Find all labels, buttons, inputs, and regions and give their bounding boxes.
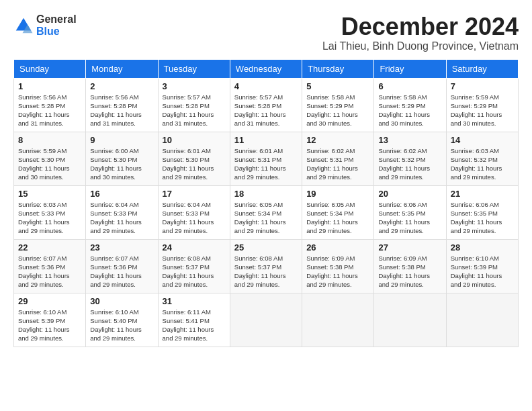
day-number: 13 (378, 135, 441, 145)
day-cell-29: 29Sunrise: 6:10 AMSunset: 5:39 PMDayligh… (14, 293, 86, 347)
day-number: 29 (18, 296, 81, 306)
day-info: Sunrise: 6:04 AMSunset: 5:33 PMDaylight:… (163, 200, 226, 236)
day-number: 20 (378, 189, 441, 199)
day-number: 12 (306, 135, 369, 145)
day-info: Sunrise: 6:08 AMSunset: 5:37 PMDaylight:… (234, 254, 298, 289)
day-cell-31: 31Sunrise: 6:11 AMSunset: 5:41 PMDayligh… (158, 293, 230, 347)
day-number: 17 (163, 189, 226, 199)
day-number: 30 (90, 296, 153, 306)
day-cell-3: 3Sunrise: 5:57 AMSunset: 5:28 PMDaylight… (158, 78, 230, 132)
day-cell-18: 18Sunrise: 6:05 AMSunset: 5:34 PMDayligh… (230, 185, 302, 239)
day-cell-16: 16Sunrise: 6:04 AMSunset: 5:33 PMDayligh… (86, 185, 158, 239)
day-info: Sunrise: 6:10 AMSunset: 5:39 PMDaylight:… (18, 308, 81, 343)
day-cell-15: 15Sunrise: 6:03 AMSunset: 5:33 PMDayligh… (14, 185, 86, 239)
day-number: 9 (90, 135, 153, 145)
day-cell-13: 13Sunrise: 6:02 AMSunset: 5:32 PMDayligh… (374, 132, 446, 185)
location-title: Lai Thieu, Binh Duong Province, Vietnam (322, 40, 519, 52)
day-info: Sunrise: 5:58 AMSunset: 5:29 PMDaylight:… (306, 93, 369, 128)
day-number: 23 (90, 242, 153, 253)
day-info: Sunrise: 6:11 AMSunset: 5:41 PMDaylight:… (163, 308, 226, 343)
day-info: Sunrise: 6:03 AMSunset: 5:33 PMDaylight:… (18, 200, 81, 236)
week-row-5: 29Sunrise: 6:10 AMSunset: 5:39 PMDayligh… (14, 293, 519, 347)
day-info: Sunrise: 6:01 AMSunset: 5:30 PMDaylight:… (163, 146, 226, 182)
calendar-table: SundayMondayTuesdayWednesdayThursdayFrid… (13, 59, 519, 347)
day-info: Sunrise: 6:06 AMSunset: 5:35 PMDaylight:… (378, 200, 441, 236)
day-info: Sunrise: 6:08 AMSunset: 5:37 PMDaylight:… (163, 254, 226, 289)
week-row-4: 22Sunrise: 6:07 AMSunset: 5:36 PMDayligh… (14, 239, 519, 293)
day-number: 19 (306, 189, 369, 199)
weekday-header-sunday: Sunday (14, 59, 86, 78)
day-info: Sunrise: 6:05 AMSunset: 5:34 PMDaylight:… (234, 200, 298, 236)
day-number: 8 (18, 135, 81, 145)
day-info: Sunrise: 5:57 AMSunset: 5:28 PMDaylight:… (163, 93, 226, 128)
day-cell-25: 25Sunrise: 6:08 AMSunset: 5:37 PMDayligh… (230, 239, 302, 293)
day-number: 11 (234, 135, 298, 145)
day-info: Sunrise: 5:59 AMSunset: 5:29 PMDaylight:… (451, 93, 514, 128)
empty-cell (230, 293, 302, 347)
day-number: 3 (163, 81, 226, 91)
week-row-3: 15Sunrise: 6:03 AMSunset: 5:33 PMDayligh… (14, 185, 519, 239)
week-row-1: 1Sunrise: 5:56 AMSunset: 5:28 PMDaylight… (14, 78, 519, 132)
day-number: 25 (234, 242, 298, 253)
day-cell-22: 22Sunrise: 6:07 AMSunset: 5:36 PMDayligh… (14, 239, 86, 293)
day-cell-24: 24Sunrise: 6:08 AMSunset: 5:37 PMDayligh… (158, 239, 230, 293)
day-cell-1: 1Sunrise: 5:56 AMSunset: 5:28 PMDaylight… (14, 78, 86, 132)
day-info: Sunrise: 6:02 AMSunset: 5:32 PMDaylight:… (378, 146, 441, 182)
day-info: Sunrise: 5:59 AMSunset: 5:30 PMDaylight:… (18, 146, 81, 182)
day-info: Sunrise: 6:05 AMSunset: 5:34 PMDaylight:… (306, 200, 369, 236)
logo: General Blue (13, 13, 77, 37)
day-number: 18 (234, 189, 298, 199)
day-number: 15 (18, 189, 81, 199)
day-info: Sunrise: 6:06 AMSunset: 5:35 PMDaylight:… (451, 200, 514, 236)
day-number: 21 (451, 189, 514, 199)
day-info: Sunrise: 5:58 AMSunset: 5:29 PMDaylight:… (378, 93, 441, 128)
day-cell-2: 2Sunrise: 5:56 AMSunset: 5:28 PMDaylight… (86, 78, 158, 132)
day-info: Sunrise: 6:07 AMSunset: 5:36 PMDaylight:… (18, 254, 81, 289)
logo-icon (13, 15, 34, 36)
day-number: 5 (306, 81, 369, 91)
day-info: Sunrise: 6:10 AMSunset: 5:39 PMDaylight:… (451, 254, 514, 289)
day-cell-11: 11Sunrise: 6:01 AMSunset: 5:31 PMDayligh… (230, 132, 302, 185)
day-cell-10: 10Sunrise: 6:01 AMSunset: 5:30 PMDayligh… (158, 132, 230, 185)
day-cell-5: 5Sunrise: 5:58 AMSunset: 5:29 PMDaylight… (302, 78, 374, 132)
day-info: Sunrise: 6:04 AMSunset: 5:33 PMDaylight:… (90, 200, 153, 236)
day-number: 10 (163, 135, 226, 145)
calendar-body: 1Sunrise: 5:56 AMSunset: 5:28 PMDaylight… (14, 78, 519, 347)
day-info: Sunrise: 6:10 AMSunset: 5:40 PMDaylight:… (90, 308, 153, 343)
day-info: Sunrise: 6:07 AMSunset: 5:36 PMDaylight:… (90, 254, 153, 289)
day-cell-9: 9Sunrise: 6:00 AMSunset: 5:30 PMDaylight… (86, 132, 158, 185)
weekday-header-friday: Friday (374, 59, 446, 78)
empty-cell (302, 293, 374, 347)
day-cell-28: 28Sunrise: 6:10 AMSunset: 5:39 PMDayligh… (446, 239, 518, 293)
day-cell-23: 23Sunrise: 6:07 AMSunset: 5:36 PMDayligh… (86, 239, 158, 293)
day-number: 27 (378, 242, 441, 253)
day-number: 16 (90, 189, 153, 199)
day-info: Sunrise: 5:57 AMSunset: 5:28 PMDaylight:… (234, 93, 298, 128)
empty-cell (374, 293, 446, 347)
calendar-header-row: SundayMondayTuesdayWednesdayThursdayFrid… (14, 59, 519, 78)
day-cell-21: 21Sunrise: 6:06 AMSunset: 5:35 PMDayligh… (446, 185, 518, 239)
month-title: December 2024 (322, 13, 519, 40)
day-number: 14 (451, 135, 514, 145)
weekday-header-saturday: Saturday (446, 59, 518, 78)
day-cell-20: 20Sunrise: 6:06 AMSunset: 5:35 PMDayligh… (374, 185, 446, 239)
weekday-header-thursday: Thursday (302, 59, 374, 78)
page-header: General Blue December 2024 Lai Thieu, Bi… (13, 13, 519, 52)
day-info: Sunrise: 5:56 AMSunset: 5:28 PMDaylight:… (90, 93, 153, 128)
day-cell-8: 8Sunrise: 5:59 AMSunset: 5:30 PMDaylight… (14, 132, 86, 185)
day-cell-26: 26Sunrise: 6:09 AMSunset: 5:38 PMDayligh… (302, 239, 374, 293)
day-number: 26 (306, 242, 369, 253)
day-number: 7 (451, 81, 514, 91)
day-info: Sunrise: 5:56 AMSunset: 5:28 PMDaylight:… (18, 93, 81, 128)
day-number: 6 (378, 81, 441, 91)
day-info: Sunrise: 6:02 AMSunset: 5:31 PMDaylight:… (306, 146, 369, 182)
empty-cell (446, 293, 518, 347)
day-cell-7: 7Sunrise: 5:59 AMSunset: 5:29 PMDaylight… (446, 78, 518, 132)
day-number: 28 (451, 242, 514, 253)
day-info: Sunrise: 6:09 AMSunset: 5:38 PMDaylight:… (306, 254, 369, 289)
day-number: 24 (163, 242, 226, 253)
day-cell-6: 6Sunrise: 5:58 AMSunset: 5:29 PMDaylight… (374, 78, 446, 132)
day-info: Sunrise: 6:03 AMSunset: 5:32 PMDaylight:… (451, 146, 514, 182)
day-cell-17: 17Sunrise: 6:04 AMSunset: 5:33 PMDayligh… (158, 185, 230, 239)
day-info: Sunrise: 6:00 AMSunset: 5:30 PMDaylight:… (90, 146, 153, 182)
